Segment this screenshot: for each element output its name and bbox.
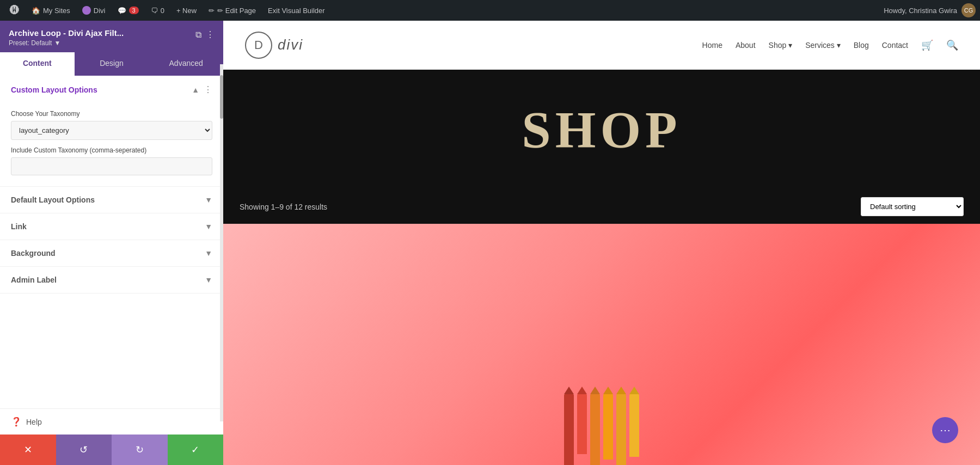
section-link-chevron[interactable]: ▼ xyxy=(205,222,212,231)
section-background-title: Background xyxy=(11,249,56,258)
section-default-layout-header[interactable]: Default Layout Options ▼ xyxy=(0,187,223,213)
custom-taxonomy-input[interactable] xyxy=(11,157,212,175)
exit-builder-item[interactable]: Exit Visual Builder xyxy=(262,0,330,21)
cart-icon[interactable]: 🛒 xyxy=(921,39,933,51)
sites-icon: 🏠 xyxy=(32,7,40,15)
section-default-layout-chevron[interactable]: ▼ xyxy=(205,195,212,204)
my-sites-label: My Sites xyxy=(43,7,70,15)
my-sites-item[interactable]: 🏠 My Sites xyxy=(26,0,76,21)
section-custom-layout-header[interactable]: Custom Layout Options ▲ ⋮ xyxy=(0,76,223,103)
exit-builder-label: Exit Visual Builder xyxy=(268,7,325,15)
nav-blog[interactable]: Blog xyxy=(854,41,869,50)
divi-icon xyxy=(82,6,91,15)
product-card: ⋯ xyxy=(223,224,980,465)
section-default-layout-title: Default Layout Options xyxy=(11,195,95,204)
divi-label: Divi xyxy=(94,7,106,15)
sort-select[interactable]: Default sorting Sort by popularity Sort … xyxy=(861,197,964,216)
edit-page-item[interactable]: ✏ ✏ Edit Page xyxy=(203,0,261,21)
taxonomy-label: Choose Your Taxonomy xyxy=(11,110,212,118)
wp-logo-item[interactable]: 🅦 xyxy=(4,0,25,21)
product-three-dot-menu[interactable]: ⋯ xyxy=(932,417,958,443)
howdy-text: Howdy, Christina Gwira xyxy=(884,7,957,15)
panel-header-icons: ⧉ ⋮ xyxy=(195,29,215,40)
custom-taxonomy-label: Include Custom Taxonomy (comma-seperated… xyxy=(11,146,212,154)
section-admin-label-title: Admin Label xyxy=(11,276,57,284)
nav-services[interactable]: Services ▾ xyxy=(805,41,841,50)
help-area[interactable]: ❓ Help xyxy=(0,408,223,435)
action-buttons: ✕ ↺ ↻ ✓ xyxy=(0,435,223,465)
comment-zero-item[interactable]: 🗨 0 xyxy=(145,0,170,21)
section-admin-label-header[interactable]: Admin Label ▼ xyxy=(0,267,223,293)
pencil-red-dark xyxy=(564,394,574,465)
redo-button[interactable]: ↻ xyxy=(112,435,168,465)
shop-content: Showing 1–9 of 12 results Default sortin… xyxy=(223,189,980,465)
wp-icon: 🅦 xyxy=(10,5,20,16)
panel-header: Archive Loop - Divi Ajax Filt... Preset:… xyxy=(0,21,223,52)
help-icon: ❓ xyxy=(11,417,22,427)
tab-content[interactable]: Content xyxy=(0,52,75,76)
pencil-orange xyxy=(590,394,600,465)
panel-title: Archive Loop - Divi Ajax Filt... xyxy=(9,28,124,38)
hero-title: SHOP xyxy=(522,100,681,160)
tab-advanced[interactable]: Advanced xyxy=(149,52,223,76)
section-background-controls: ▼ xyxy=(205,249,212,258)
new-item[interactable]: + New xyxy=(171,0,202,21)
section-background-header[interactable]: Background ▼ xyxy=(0,240,223,267)
nav-contact[interactable]: Contact xyxy=(882,41,908,50)
comments-icon: 💬 xyxy=(118,7,126,15)
hero-section: SHOP xyxy=(223,70,980,189)
pencil-amber xyxy=(616,394,626,465)
undo-button[interactable]: ↺ xyxy=(56,435,112,465)
pencil-row xyxy=(564,394,639,465)
copy-layout-icon[interactable]: ⧉ xyxy=(195,30,201,40)
panel-content: Custom Layout Options ▲ ⋮ Choose Your Ta… xyxy=(0,76,223,408)
comment-zero-label: 0 xyxy=(161,7,164,15)
pencil-tip-2 xyxy=(577,387,587,394)
nav-about[interactable]: About xyxy=(736,41,756,50)
logo-text: divi xyxy=(278,36,303,53)
admin-bar-right: Howdy, Christina Gwira CG xyxy=(884,3,976,17)
panel-preset: Preset: Default ▼ xyxy=(9,39,124,47)
section-default-layout-controls: ▼ xyxy=(205,195,212,204)
search-icon[interactable]: 🔍 xyxy=(946,39,958,51)
comments-item[interactable]: 💬 3 xyxy=(112,0,144,21)
panel-header-info: Archive Loop - Divi Ajax Filt... Preset:… xyxy=(9,28,124,47)
scroll-thumb[interactable] xyxy=(220,75,223,119)
section-background-chevron[interactable]: ▼ xyxy=(205,249,212,258)
section-custom-layout-more[interactable]: ⋮ xyxy=(204,84,212,95)
section-custom-layout-controls: ▲ ⋮ xyxy=(192,84,212,95)
taxonomy-select[interactable]: layout_category layout_type layout_pack xyxy=(11,121,212,140)
main-area: Archive Loop - Divi Ajax Filt... Preset:… xyxy=(0,21,980,465)
pencil-tip-6 xyxy=(629,387,639,394)
pencil-red xyxy=(577,394,587,454)
pencil-tip-5 xyxy=(616,387,626,394)
site-header: D divi Home About Shop ▾ Services ▾ Blog… xyxy=(223,21,980,70)
pencil-tip-3 xyxy=(590,387,600,394)
admin-bar-left: 🅦 🏠 My Sites Divi 💬 3 🗨 0 + New ✏ ✏ Edit… xyxy=(4,0,881,21)
panel-tabs: Content Design Advanced xyxy=(0,52,223,76)
preview-area: D divi Home About Shop ▾ Services ▾ Blog… xyxy=(223,21,980,465)
nav-shop[interactable]: Shop ▾ xyxy=(769,41,793,50)
divi-item[interactable]: Divi xyxy=(77,0,111,21)
more-options-icon[interactable]: ⋮ xyxy=(206,29,215,40)
help-label: Help xyxy=(26,418,42,426)
results-text: Showing 1–9 of 12 results xyxy=(240,203,327,211)
pencil-yellow xyxy=(629,394,639,457)
section-link-header[interactable]: Link ▼ xyxy=(0,213,223,240)
tab-design[interactable]: Design xyxy=(75,52,149,76)
pencil-yellow-orange xyxy=(603,394,613,460)
comment-count-badge: 3 xyxy=(129,7,139,14)
admin-bar: 🅦 🏠 My Sites Divi 💬 3 🗨 0 + New ✏ ✏ Edit… xyxy=(0,0,980,21)
pencil-tip-1 xyxy=(564,387,574,394)
preset-label: Preset: Default xyxy=(9,39,52,47)
avatar[interactable]: CG xyxy=(961,3,976,17)
section-custom-layout-chevron-up[interactable]: ▲ xyxy=(192,85,199,94)
section-admin-label-controls: ▼ xyxy=(205,276,212,284)
logo-circle: D xyxy=(245,32,272,59)
save-button[interactable]: ✓ xyxy=(168,435,224,465)
section-custom-layout-title: Custom Layout Options xyxy=(11,85,97,94)
cancel-button[interactable]: ✕ xyxy=(0,435,56,465)
section-admin-label-chevron[interactable]: ▼ xyxy=(205,276,212,284)
site-logo: D divi xyxy=(245,32,303,59)
nav-home[interactable]: Home xyxy=(702,41,722,50)
